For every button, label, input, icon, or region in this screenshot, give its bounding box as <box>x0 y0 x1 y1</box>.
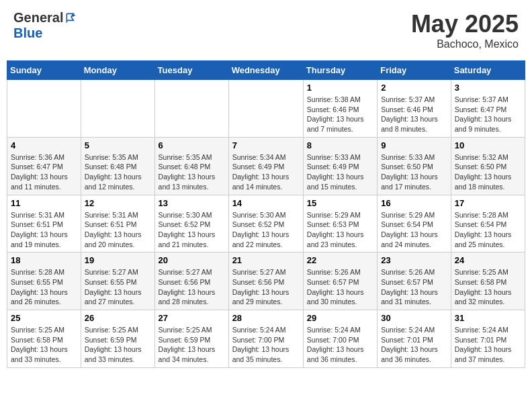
day-content: Sunrise: 5:36 AM Sunset: 6:47 PM Dayligh… <box>11 152 77 192</box>
calendar-cell: 9Sunrise: 5:33 AM Sunset: 6:50 PM Daylig… <box>378 137 451 195</box>
day-number: 3 <box>455 83 521 93</box>
day-number: 12 <box>85 198 151 208</box>
day-number: 23 <box>381 255 447 265</box>
day-content: Sunrise: 5:33 AM Sunset: 6:50 PM Dayligh… <box>381 152 447 192</box>
calendar-week-row: 18Sunrise: 5:28 AM Sunset: 6:55 PM Dayli… <box>7 253 525 310</box>
calendar-cell: 24Sunrise: 5:25 AM Sunset: 6:58 PM Dayli… <box>451 253 525 310</box>
calendar-cell: 28Sunrise: 5:24 AM Sunset: 7:00 PM Dayli… <box>228 310 303 368</box>
day-number: 13 <box>159 198 225 208</box>
day-number: 6 <box>159 140 225 150</box>
day-content: Sunrise: 5:25 AM Sunset: 6:59 PM Dayligh… <box>85 325 151 365</box>
column-header-monday: Monday <box>81 61 154 80</box>
day-content: Sunrise: 5:25 AM Sunset: 6:58 PM Dayligh… <box>455 267 521 307</box>
day-number: 22 <box>307 255 373 265</box>
day-number: 16 <box>381 198 447 208</box>
calendar-cell: 15Sunrise: 5:29 AM Sunset: 6:53 PM Dayli… <box>303 195 377 253</box>
day-content: Sunrise: 5:34 AM Sunset: 6:49 PM Dayligh… <box>232 152 300 192</box>
day-content: Sunrise: 5:28 AM Sunset: 6:54 PM Dayligh… <box>455 210 521 250</box>
calendar-cell: 10Sunrise: 5:32 AM Sunset: 6:50 PM Dayli… <box>451 137 525 195</box>
day-number: 4 <box>11 140 77 150</box>
day-number: 21 <box>232 255 300 265</box>
logo-general-text: General <box>13 10 63 26</box>
day-content: Sunrise: 5:28 AM Sunset: 6:55 PM Dayligh… <box>11 267 77 307</box>
day-number: 29 <box>307 313 373 323</box>
calendar-cell <box>81 80 154 138</box>
calendar-cell: 20Sunrise: 5:27 AM Sunset: 6:56 PM Dayli… <box>154 253 228 310</box>
day-content: Sunrise: 5:30 AM Sunset: 6:52 PM Dayligh… <box>232 210 300 250</box>
calendar-cell: 11Sunrise: 5:31 AM Sunset: 6:51 PM Dayli… <box>7 195 81 253</box>
column-header-thursday: Thursday <box>303 61 377 80</box>
day-content: Sunrise: 5:26 AM Sunset: 6:57 PM Dayligh… <box>381 267 447 307</box>
day-content: Sunrise: 5:25 AM Sunset: 6:58 PM Dayligh… <box>11 325 77 365</box>
day-number: 7 <box>232 140 300 150</box>
day-content: Sunrise: 5:35 AM Sunset: 6:48 PM Dayligh… <box>159 152 225 192</box>
day-content: Sunrise: 5:31 AM Sunset: 6:51 PM Dayligh… <box>85 210 151 250</box>
title-block: May 2025 Bachoco, Mexico <box>411 10 519 50</box>
day-content: Sunrise: 5:24 AM Sunset: 7:00 PM Dayligh… <box>232 325 300 365</box>
location: Bachoco, Mexico <box>411 38 519 50</box>
day-number: 15 <box>307 198 373 208</box>
day-number: 24 <box>455 255 521 265</box>
day-number: 18 <box>11 255 77 265</box>
day-number: 27 <box>159 313 225 323</box>
calendar-cell: 18Sunrise: 5:28 AM Sunset: 6:55 PM Dayli… <box>7 253 81 310</box>
calendar-cell: 4Sunrise: 5:36 AM Sunset: 6:47 PM Daylig… <box>7 137 81 195</box>
calendar-week-row: 4Sunrise: 5:36 AM Sunset: 6:47 PM Daylig… <box>7 137 525 195</box>
calendar-cell: 22Sunrise: 5:26 AM Sunset: 6:57 PM Dayli… <box>303 253 377 310</box>
calendar-cell: 12Sunrise: 5:31 AM Sunset: 6:51 PM Dayli… <box>81 195 154 253</box>
calendar-cell: 23Sunrise: 5:26 AM Sunset: 6:57 PM Dayli… <box>378 253 451 310</box>
day-content: Sunrise: 5:26 AM Sunset: 6:57 PM Dayligh… <box>307 267 373 307</box>
calendar-week-row: 11Sunrise: 5:31 AM Sunset: 6:51 PM Dayli… <box>7 195 525 253</box>
calendar-cell: 30Sunrise: 5:24 AM Sunset: 7:01 PM Dayli… <box>378 310 451 368</box>
day-number: 20 <box>159 255 225 265</box>
calendar-cell: 6Sunrise: 5:35 AM Sunset: 6:48 PM Daylig… <box>154 137 228 195</box>
day-number: 28 <box>232 313 300 323</box>
calendar-cell: 26Sunrise: 5:25 AM Sunset: 6:59 PM Dayli… <box>81 310 154 368</box>
calendar-cell: 31Sunrise: 5:24 AM Sunset: 7:01 PM Dayli… <box>451 310 525 368</box>
calendar-cell <box>228 80 303 138</box>
calendar-cell: 16Sunrise: 5:29 AM Sunset: 6:54 PM Dayli… <box>378 195 451 253</box>
month-title: May 2025 <box>411 10 519 38</box>
day-content: Sunrise: 5:25 AM Sunset: 6:59 PM Dayligh… <box>159 325 225 365</box>
calendar-cell: 2Sunrise: 5:37 AM Sunset: 6:46 PM Daylig… <box>378 80 451 138</box>
calendar-cell: 13Sunrise: 5:30 AM Sunset: 6:52 PM Dayli… <box>154 195 228 253</box>
day-content: Sunrise: 5:37 AM Sunset: 6:47 PM Dayligh… <box>455 95 521 134</box>
day-number: 10 <box>455 140 521 150</box>
day-number: 2 <box>381 83 447 93</box>
column-header-wednesday: Wednesday <box>228 61 303 80</box>
day-content: Sunrise: 5:32 AM Sunset: 6:50 PM Dayligh… <box>455 152 521 192</box>
day-number: 8 <box>307 140 373 150</box>
calendar-cell: 19Sunrise: 5:27 AM Sunset: 6:55 PM Dayli… <box>81 253 154 310</box>
calendar-cell: 1Sunrise: 5:38 AM Sunset: 6:46 PM Daylig… <box>303 80 377 138</box>
day-content: Sunrise: 5:24 AM Sunset: 7:01 PM Dayligh… <box>381 325 447 365</box>
day-number: 9 <box>381 140 447 150</box>
day-content: Sunrise: 5:38 AM Sunset: 6:46 PM Dayligh… <box>307 95 373 134</box>
calendar-cell: 8Sunrise: 5:33 AM Sunset: 6:49 PM Daylig… <box>303 137 377 195</box>
day-number: 19 <box>85 255 151 265</box>
logo-flag-icon <box>64 11 78 25</box>
calendar-cell: 17Sunrise: 5:28 AM Sunset: 6:54 PM Dayli… <box>451 195 525 253</box>
page-header: General Blue May 2025 Bachoco, Mexico <box>7 7 525 54</box>
calendar-cell: 5Sunrise: 5:35 AM Sunset: 6:48 PM Daylig… <box>81 137 154 195</box>
calendar-week-row: 1Sunrise: 5:38 AM Sunset: 6:46 PM Daylig… <box>7 80 525 138</box>
day-content: Sunrise: 5:31 AM Sunset: 6:51 PM Dayligh… <box>11 210 77 250</box>
day-content: Sunrise: 5:37 AM Sunset: 6:46 PM Dayligh… <box>381 95 447 134</box>
calendar-cell: 29Sunrise: 5:24 AM Sunset: 7:00 PM Dayli… <box>303 310 377 368</box>
column-header-tuesday: Tuesday <box>154 61 228 80</box>
calendar-cell: 27Sunrise: 5:25 AM Sunset: 6:59 PM Dayli… <box>154 310 228 368</box>
day-number: 17 <box>455 198 521 208</box>
day-content: Sunrise: 5:27 AM Sunset: 6:56 PM Dayligh… <box>232 267 300 307</box>
calendar-week-row: 25Sunrise: 5:25 AM Sunset: 6:58 PM Dayli… <box>7 310 525 368</box>
calendar-cell <box>154 80 228 138</box>
calendar-cell: 3Sunrise: 5:37 AM Sunset: 6:47 PM Daylig… <box>451 80 525 138</box>
column-header-friday: Friday <box>378 61 451 80</box>
day-content: Sunrise: 5:33 AM Sunset: 6:49 PM Dayligh… <box>307 152 373 192</box>
day-content: Sunrise: 5:29 AM Sunset: 6:54 PM Dayligh… <box>381 210 447 250</box>
day-number: 5 <box>85 140 151 150</box>
day-number: 25 <box>11 313 77 323</box>
day-number: 14 <box>232 198 300 208</box>
day-content: Sunrise: 5:24 AM Sunset: 7:01 PM Dayligh… <box>455 325 521 365</box>
logo: General Blue <box>13 10 78 41</box>
logo-blue-text: Blue <box>13 26 42 41</box>
day-content: Sunrise: 5:35 AM Sunset: 6:48 PM Dayligh… <box>85 152 151 192</box>
